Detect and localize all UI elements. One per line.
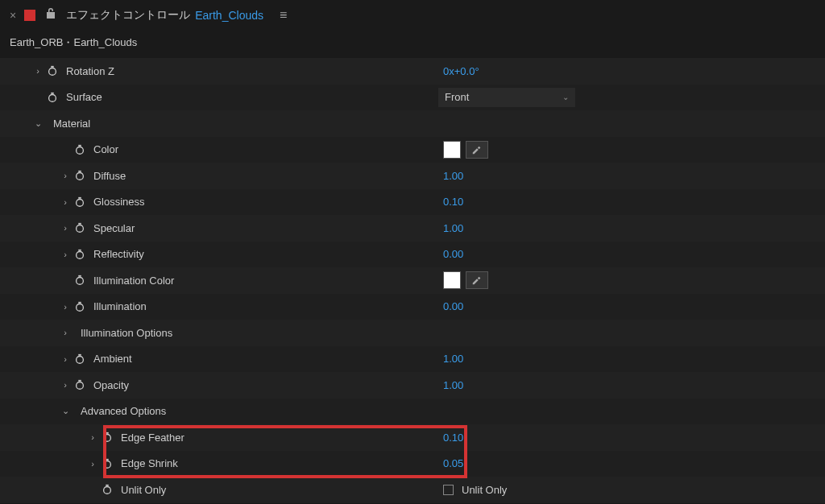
ambient-label: Ambient [93, 353, 132, 365]
diffuse-label: Diffuse [93, 170, 126, 182]
stopwatch-icon[interactable] [98, 432, 116, 443]
edge-feather-value[interactable]: 0.10 [443, 432, 463, 444]
record-indicator[interactable] [24, 10, 35, 21]
svg-rect-7 [78, 145, 81, 147]
edge-shrink-value[interactable]: 0.05 [443, 457, 463, 469]
advanced-options-label: Advanced Options [81, 405, 166, 417]
specular-value[interactable]: 1.00 [443, 222, 463, 234]
svg-point-30 [77, 382, 84, 390]
edge-feather-row: › Edge Feather 0.10 [0, 424, 825, 451]
svg-point-3 [49, 94, 56, 101]
stopwatch-icon[interactable] [98, 484, 116, 495]
diffuse-value[interactable]: 1.00 [443, 170, 463, 182]
svg-rect-22 [78, 275, 81, 277]
svg-rect-28 [78, 354, 81, 356]
chevron-right-icon[interactable]: › [60, 354, 71, 364]
reflectivity-label: Reflectivity [93, 248, 144, 260]
material-label: Material [53, 118, 90, 130]
svg-point-27 [77, 356, 84, 363]
chevron-right-icon[interactable]: › [60, 171, 71, 180]
illumination-label: Illumination [93, 300, 147, 312]
lock-icon[interactable] [45, 7, 56, 23]
color-swatch[interactable] [443, 141, 461, 159]
chevron-down-icon[interactable]: ⌄ [32, 118, 44, 129]
surface-label: Surface [66, 91, 102, 103]
glossiness-value[interactable]: 0.10 [443, 196, 463, 208]
breadcrumb: Earth_ORB・Earth_Clouds [0, 31, 825, 58]
stopwatch-icon[interactable] [71, 353, 89, 365]
svg-rect-10 [78, 171, 81, 172]
diffuse-row: › Diffuse 1.00 [0, 163, 825, 189]
eyedropper-icon[interactable] [466, 271, 488, 289]
reflectivity-value[interactable]: 0.00 [443, 248, 463, 260]
illumination-color-swatch[interactable] [443, 271, 461, 289]
svg-point-33 [104, 435, 111, 442]
svg-rect-13 [78, 197, 81, 199]
unlit-only-row: Unlit Only Unlit Only [0, 477, 825, 503]
surface-dropdown-value: Front [445, 91, 469, 103]
stopwatch-icon[interactable] [71, 144, 89, 155]
svg-rect-31 [78, 380, 81, 382]
chevron-right-icon[interactable]: › [60, 302, 71, 312]
rotation-z-row: › Rotation Z 0x+0.0° [0, 58, 825, 85]
chevron-right-icon[interactable]: › [60, 250, 71, 259]
stopwatch-icon[interactable] [71, 301, 89, 312]
stopwatch-icon[interactable] [71, 249, 89, 260]
chevron-right-icon[interactable]: › [60, 380, 71, 390]
opacity-label: Opacity [93, 379, 129, 391]
panel-menu-icon[interactable]: ≡ [280, 8, 287, 23]
illumination-options-row: › Illumination Options [0, 320, 825, 346]
specular-row: › Specular 1.00 [0, 215, 825, 242]
color-label: Color [93, 143, 118, 155]
svg-rect-37 [106, 459, 109, 461]
stopwatch-icon[interactable] [71, 275, 89, 286]
svg-point-36 [104, 461, 111, 468]
stopwatch-icon[interactable] [71, 170, 89, 181]
svg-rect-16 [78, 223, 81, 225]
panel-header: × エフェクトコントロール Earth_Clouds ≡ [0, 0, 825, 31]
svg-point-21 [77, 278, 84, 285]
unlit-only-checkbox[interactable] [443, 485, 454, 495]
svg-rect-1 [51, 66, 54, 68]
illumination-row: › Illumination 0.00 [0, 294, 825, 320]
surface-dropdown[interactable]: Front⌄ [438, 88, 575, 107]
stopwatch-icon[interactable] [71, 222, 89, 233]
stopwatch-icon[interactable] [44, 92, 61, 103]
illumination-value[interactable]: 0.00 [443, 300, 463, 312]
illumination-color-row: Illumination Color [0, 267, 825, 294]
stopwatch-icon[interactable] [71, 196, 89, 208]
svg-point-9 [77, 173, 84, 180]
svg-rect-40 [106, 485, 109, 486]
svg-rect-25 [78, 302, 81, 304]
panel-subtitle[interactable]: Earth_Clouds [195, 9, 263, 22]
chevron-right-icon[interactable]: › [87, 432, 98, 442]
unlit-only-checkbox-label: Unlit Only [462, 484, 507, 496]
stopwatch-icon[interactable] [98, 458, 116, 469]
chevron-right-icon[interactable]: › [60, 223, 71, 233]
stopwatch-icon[interactable] [44, 65, 61, 76]
svg-point-24 [77, 304, 84, 311]
svg-point-18 [77, 251, 84, 258]
unlit-only-label: Unlit Only [121, 484, 166, 496]
illumination-options-label: Illumination Options [81, 327, 172, 339]
svg-point-15 [77, 225, 84, 233]
specular-label: Specular [93, 222, 135, 234]
close-icon[interactable]: × [10, 9, 16, 22]
chevron-right-icon[interactable]: › [60, 197, 71, 207]
panel-title: エフェクトコントロール [66, 8, 190, 23]
svg-rect-34 [106, 432, 109, 434]
chevron-down-icon[interactable]: ⌄ [60, 406, 71, 416]
ambient-value[interactable]: 1.00 [443, 353, 463, 365]
chevron-down-icon: ⌄ [562, 93, 569, 101]
chevron-right-icon[interactable]: › [87, 459, 98, 469]
surface-row: Surface Front⌄ [0, 85, 825, 111]
stopwatch-icon[interactable] [71, 379, 89, 390]
eyedropper-icon[interactable] [466, 141, 488, 159]
rotation-z-label: Rotation Z [66, 65, 114, 77]
opacity-row: › Opacity 1.00 [0, 372, 825, 399]
opacity-value[interactable]: 1.00 [443, 379, 463, 391]
edge-shrink-label: Edge Shrink [121, 457, 178, 469]
chevron-right-icon[interactable]: › [32, 66, 44, 76]
chevron-right-icon[interactable]: › [60, 328, 71, 337]
rotation-z-value[interactable]: 0x+0.0° [443, 65, 479, 77]
